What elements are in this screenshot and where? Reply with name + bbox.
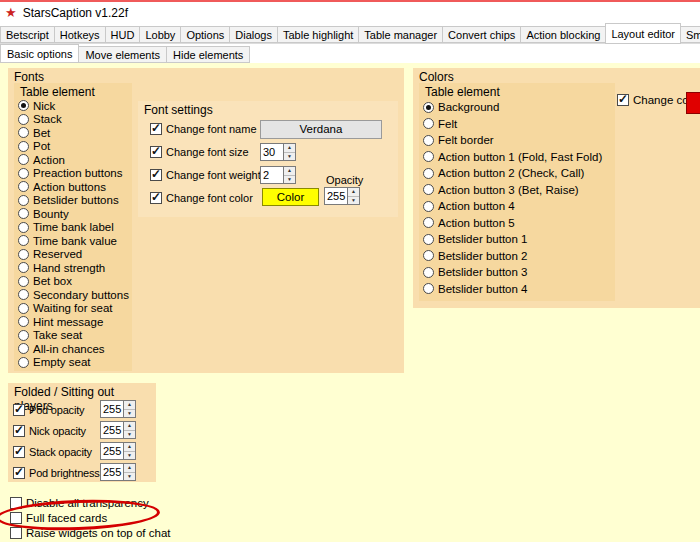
radio-option-action-button-2-check-call[interactable]: Action button 2 (Check, Call) (419, 165, 615, 182)
radio-option-hint-message[interactable]: Hint message (14, 315, 132, 329)
pod-brightness-checkbox[interactable] (13, 467, 25, 479)
spinner-value[interactable]: 255 (101, 443, 123, 459)
spin-up-button[interactable]: ▲ (284, 144, 295, 153)
radio-option-betslider-buttons[interactable]: Betslider buttons (14, 194, 132, 208)
checkbox-row-raise-widgets-on-top-of-chat[interactable]: Raise widgets on top of chat (10, 525, 170, 540)
radio-icon[interactable] (423, 250, 434, 261)
spinner-value[interactable]: 2 (261, 167, 283, 183)
radio-icon[interactable] (18, 330, 29, 341)
font-size-spinner[interactable]: 30▲▼ (260, 143, 296, 161)
pod-brightness-spinner[interactable]: 255▲▼ (100, 463, 136, 481)
radio-icon[interactable] (18, 208, 29, 219)
radio-option-reserved[interactable]: Reserved (14, 248, 132, 262)
subtab-hide-elements[interactable]: Hide elements (166, 46, 250, 63)
radio-option-all-in-chances[interactable]: All-in chances (14, 342, 132, 356)
spin-up-button[interactable]: ▲ (348, 188, 359, 197)
radio-icon[interactable] (18, 114, 29, 125)
change-font-name-checkbox[interactable] (150, 123, 162, 135)
radio-icon[interactable] (423, 283, 434, 294)
radio-icon[interactable] (18, 222, 29, 233)
spin-down-button[interactable]: ▼ (284, 153, 295, 161)
spin-down-button[interactable]: ▼ (124, 410, 135, 418)
radio-icon[interactable] (18, 289, 29, 300)
tab-lobby[interactable]: Lobby (139, 26, 181, 43)
radio-icon[interactable] (423, 151, 434, 162)
stack-opacity-spinner[interactable]: 255▲▼ (100, 442, 136, 460)
radio-option-action-button-4[interactable]: Action button 4 (419, 198, 615, 215)
radio-icon[interactable] (423, 118, 434, 129)
subtab-basic-options[interactable]: Basic options (0, 44, 79, 63)
spin-up-button[interactable]: ▲ (124, 443, 135, 452)
radio-option-waiting-for-seat[interactable]: Waiting for seat (14, 302, 132, 316)
disable-all-transparency-checkbox[interactable] (10, 497, 22, 509)
full-faced-cards-checkbox[interactable] (10, 512, 22, 524)
checkbox-row-disable-all-transparency[interactable]: Disable all transparency (10, 495, 170, 510)
change-font-size-checkbox[interactable] (150, 146, 162, 158)
change-font-weight-checkbox[interactable] (150, 169, 162, 181)
radio-option-background[interactable]: Background (419, 99, 615, 116)
tab-convert-chips[interactable]: Convert chips (442, 26, 521, 43)
radio-option-betslider-button-1[interactable]: Betslider button 1 (419, 231, 615, 248)
opacity-spinner[interactable]: 255▲▼ (324, 187, 360, 205)
tab-hotkeys[interactable]: Hotkeys (54, 26, 106, 43)
radio-icon[interactable] (18, 316, 29, 327)
radio-option-empty-seat[interactable]: Empty seat (14, 356, 132, 370)
radio-icon[interactable] (423, 135, 434, 146)
radio-option-hand-strength[interactable]: Hand strength (14, 261, 132, 275)
radio-icon[interactable] (18, 303, 29, 314)
spin-down-button[interactable]: ▼ (124, 473, 135, 481)
change-color-swatch-button[interactable] (686, 92, 700, 114)
tab-table-highlight[interactable]: Table highlight (277, 26, 359, 43)
radio-icon[interactable] (18, 168, 29, 179)
radio-option-secondary-buttons[interactable]: Secondary buttons (14, 288, 132, 302)
radio-icon[interactable] (423, 234, 434, 245)
radio-option-time-bank-label[interactable]: Time bank label (14, 221, 132, 235)
spin-up-button[interactable]: ▲ (124, 401, 135, 410)
radio-option-preaction-buttons[interactable]: Preaction buttons (14, 167, 132, 181)
radio-option-action-button-5[interactable]: Action button 5 (419, 215, 615, 232)
spin-down-button[interactable]: ▼ (124, 452, 135, 460)
tab-betscript[interactable]: Betscript (0, 26, 55, 43)
radio-option-betslider-button-2[interactable]: Betslider button 2 (419, 248, 615, 265)
tab-action-blocking[interactable]: Action blocking (520, 26, 606, 43)
spinner-value[interactable]: 255 (325, 188, 347, 204)
spin-up-button[interactable]: ▲ (124, 422, 135, 431)
nick-opacity-checkbox[interactable] (13, 425, 25, 437)
font-weight-spinner[interactable]: 2▲▼ (260, 166, 296, 184)
radio-icon[interactable] (18, 127, 29, 138)
spin-down-button[interactable]: ▼ (124, 431, 135, 439)
radio-option-action-buttons[interactable]: Action buttons (14, 180, 132, 194)
radio-option-felt[interactable]: Felt (419, 116, 615, 133)
radio-option-bounty[interactable]: Bounty (14, 207, 132, 221)
change-color-checkbox[interactable] (617, 94, 629, 106)
font-name-dropdown[interactable]: Verdana (260, 120, 382, 139)
spinner-value[interactable]: 255 (101, 422, 123, 438)
radio-icon[interactable] (18, 141, 29, 152)
spinner-value[interactable]: 255 (101, 401, 123, 417)
tab-dialogs[interactable]: Dialogs (229, 26, 278, 43)
checkbox-row-full-faced-cards[interactable]: Full faced cards (10, 510, 170, 525)
radio-icon[interactable] (423, 201, 434, 212)
radio-icon[interactable] (18, 100, 29, 111)
radio-option-felt-border[interactable]: Felt border (419, 132, 615, 149)
raise-widgets-on-top-of-chat-checkbox[interactable] (10, 527, 22, 539)
tab-options[interactable]: Options (180, 26, 230, 43)
radio-option-betslider-button-4[interactable]: Betslider button 4 (419, 281, 615, 298)
radio-option-betslider-button-3[interactable]: Betslider button 3 (419, 264, 615, 281)
tab-layout-editor[interactable]: Layout editor (605, 23, 681, 44)
radio-icon[interactable] (423, 217, 434, 228)
pod-opacity-checkbox[interactable] (13, 404, 25, 416)
radio-icon[interactable] (423, 102, 434, 113)
spin-up-button[interactable]: ▲ (284, 167, 295, 176)
radio-option-stack[interactable]: Stack (14, 113, 132, 127)
spin-down-button[interactable]: ▼ (348, 197, 359, 205)
radio-option-bet[interactable]: Bet (14, 126, 132, 140)
tab-table-manager[interactable]: Table manager (358, 26, 443, 43)
spinner-value[interactable]: 30 (261, 144, 283, 160)
radio-option-bet-box[interactable]: Bet box (14, 275, 132, 289)
radio-icon[interactable] (18, 262, 29, 273)
radio-icon[interactable] (18, 343, 29, 354)
pod-opacity-spinner[interactable]: 255▲▼ (100, 400, 136, 418)
tab-hud[interactable]: HUD (105, 26, 141, 43)
spin-up-button[interactable]: ▲ (124, 464, 135, 473)
